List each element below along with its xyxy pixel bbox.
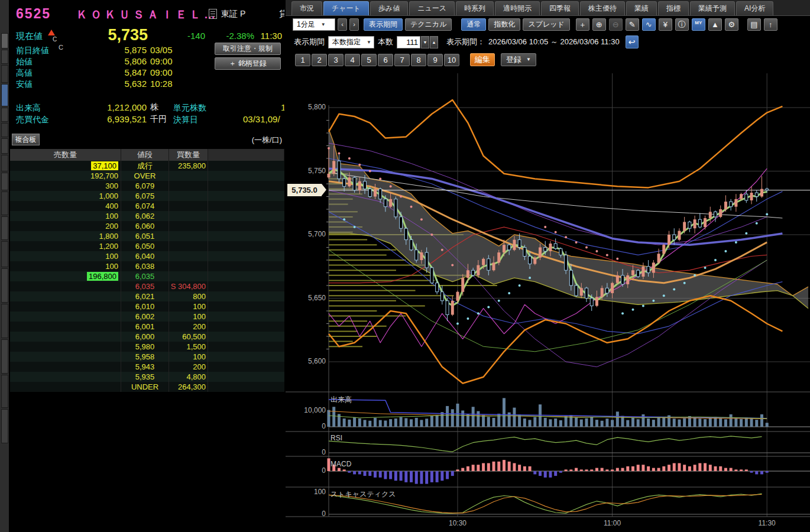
order-book-row[interactable]: 5,9801,500 [10,342,284,352]
order-book-row[interactable]: 6,001200 [10,322,284,332]
sidebar-segment[interactable] [1,138,8,154]
printer-icon[interactable]: ▤ [747,18,761,31]
page-button-group: 12345678910 [295,54,459,66]
sidebar-segment[interactable] [1,216,8,240]
order-book-row[interactable]: UNDER264,300 [10,382,284,392]
chart-page-2[interactable]: 2 [312,54,327,66]
chart-cursor-icon[interactable]: ∿ [642,18,656,31]
sidebar-segment[interactable] [1,409,8,443]
draw-pencil-icon[interactable]: ✎ [626,18,639,31]
order-book-row[interactable]: 1006,062 [10,211,284,221]
order-book-row[interactable]: 5,943200 [10,362,284,372]
sidebar-segment[interactable] [1,192,8,215]
order-book-row[interactable]: 6,010100 [10,301,284,312]
order-book-row[interactable]: 1,2006,050 [10,241,284,251]
chart-page-6[interactable]: 6 [378,54,393,66]
order-book-row[interactable]: 37,100成行235,800 [10,161,284,171]
display-period-button[interactable]: 表示期間 [364,18,403,31]
tab-歩み値[interactable]: 歩み値 [370,1,408,15]
sidebar-segment[interactable] [1,33,8,48]
chart-page-10[interactable]: 10 [444,54,459,66]
tab-業績[interactable]: 業績 [626,1,657,15]
sidebar-segment[interactable] [1,173,8,190]
register-chart-button[interactable]: 登録 ▼ [501,53,536,66]
bar-count-label: 本数 [378,37,393,47]
order-book-row[interactable]: 6,035S 304,800 [10,281,284,291]
order-book-row[interactable]: 4006,074 [10,201,284,211]
order-book-row[interactable]: 6,002100 [10,312,284,322]
tab-市況[interactable]: 市況 [291,1,322,15]
count-spin-up[interactable]: ▲ [430,36,438,48]
market-segment: 東証 P [221,9,245,20]
tab-四季報[interactable]: 四季報 [541,1,579,15]
sidebar-segment[interactable] [1,84,8,106]
order-book-row[interactable]: 1006,038 [10,261,284,271]
order-book-row[interactable]: 1,8006,051 [10,231,284,241]
wrench-icon[interactable]: ⚙ [725,18,738,31]
order-book-row[interactable]: 196,8006,035 [10,271,284,281]
tab-適時開示[interactable]: 適時開示 [495,1,540,15]
tab-指標[interactable]: 指標 [658,1,689,15]
sidebar-segment[interactable] [1,304,8,338]
chart-page-3[interactable]: 3 [328,54,344,66]
chart-plot-area[interactable]: 5,8005,7505,7005,6505,600出来高10,0000RSI0M… [286,70,810,532]
tab-チャート[interactable]: チャート [323,1,369,15]
price-axis-label: 5,700 [286,230,326,238]
count-spin-down[interactable]: ▼ [421,36,429,48]
tab-AI分析[interactable]: AI分析 [736,1,773,15]
tab-時系列[interactable]: 時系列 [456,1,494,15]
tab-株主優待[interactable]: 株主優待 [580,1,625,15]
chart-page-5[interactable]: 5 [361,54,377,66]
high-time: 09:00 [150,67,173,77]
order-book-row[interactable]: 6,00060,500 [10,332,284,342]
sidebar-segment[interactable] [1,375,8,408]
order-book-row[interactable]: 5,9354,800 [10,372,284,382]
order-book-row[interactable]: 1,0006,075 [10,191,284,201]
info-icon[interactable]: ⓘ [675,18,689,31]
spread-mode-button[interactable]: スプレッド [523,18,569,31]
interval-select[interactable]: 1分足 ▼ [293,18,335,31]
yen-icon[interactable]: ¥ [659,18,672,31]
reset-range-button[interactable]: ↩ [626,35,639,48]
chart-page-1[interactable]: 1 [295,54,310,66]
open-time: 09:00 [150,56,173,66]
open-label: 始値 [16,57,33,67]
order-book-row[interactable]: 1006,040 [10,251,284,261]
crosshair-icon[interactable]: ＋ [576,18,589,31]
chart-page-8[interactable]: 8 [411,54,426,66]
sidebar-segment[interactable] [1,65,8,83]
next-button[interactable]: › [349,18,359,31]
sidebar-segment[interactable] [1,155,8,171]
edit-button[interactable]: 編集 [470,53,495,66]
export-icon[interactable]: ↑ [764,18,777,31]
order-book-row[interactable]: 5,958100 [10,352,284,362]
sidebar-segment[interactable] [1,50,8,64]
chart-page-9[interactable]: 9 [427,54,443,66]
technical-button[interactable]: テクニカル [405,18,452,31]
composite-board-button[interactable]: 複合板 [12,134,40,145]
trade-caution-button[interactable]: 取引注意・規制 [215,43,281,55]
register-symbol-button[interactable]: ＋ 銘柄登録 [215,57,281,70]
document-icon[interactable] [209,9,217,19]
area-chart-icon[interactable]: ▲ [708,18,722,31]
order-book-row[interactable]: 6,021800 [10,291,284,301]
chart-page-7[interactable]: 7 [394,54,410,66]
zoom-in-icon[interactable]: ⊕ [592,18,606,31]
prev-button[interactable]: ‹ [338,18,347,31]
period-mode-select[interactable]: 本数指定 ▼ [328,36,374,48]
sidebar-segment[interactable] [1,241,8,267]
order-book-row[interactable]: 192,700OVER [10,171,284,181]
chart-page-4[interactable]: 4 [345,54,360,66]
bar-count-input[interactable] [397,36,420,48]
normal-mode-button[interactable]: 通常 [461,18,486,31]
order-book-row[interactable]: 3006,079 [10,181,284,191]
tab-ニュース[interactable]: ニュース [409,1,455,15]
sidebar-segment[interactable] [1,339,8,374]
sidebar-segment[interactable] [1,123,8,137]
tab-業績予測[interactable]: 業績予測 [690,1,735,15]
indexed-mode-button[interactable]: 指数化 [488,18,520,31]
sidebar-segment[interactable] [1,108,8,122]
sidebar-segment[interactable] [1,268,8,303]
order-book-row[interactable]: 2006,060 [10,221,284,231]
my-chart-icon[interactable]: MY [692,18,705,31]
